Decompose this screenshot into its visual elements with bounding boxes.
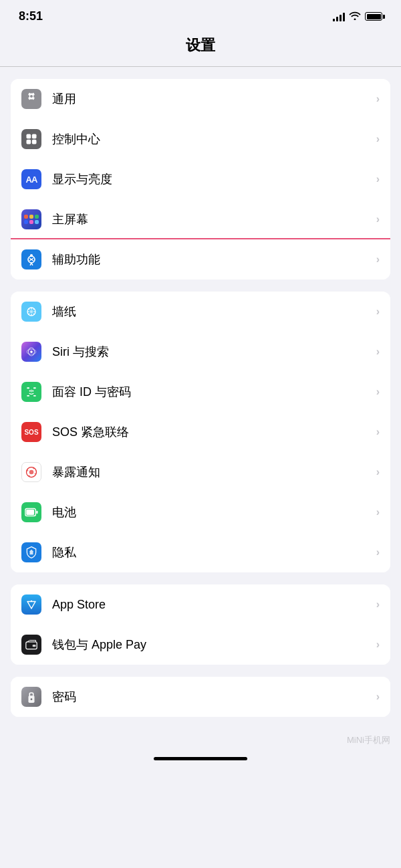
exposure-label: 暴露通知 [52,464,376,480]
svg-rect-0 [27,134,31,139]
signal-icon [333,12,345,21]
svg-point-27 [29,390,31,391]
status-time: 8:51 [19,9,43,23]
sos-label: SOS 紧急联络 [52,424,376,440]
settings-group-4: 密码 › [11,677,390,717]
svg-rect-1 [32,134,37,139]
control-label: 控制中心 [52,131,376,147]
privacy-label: 隐私 [52,544,376,560]
settings-row-siri[interactable]: Siri 与搜索 › [11,332,390,372]
page-title: 设置 [0,29,401,66]
battery-icon [21,502,41,522]
settings-row-display[interactable]: AA 显示与亮度 › [11,159,390,199]
svg-rect-2 [27,140,31,144]
general-chevron: › [376,93,380,105]
faceid-chevron: › [376,386,380,398]
siri-chevron: › [376,346,380,358]
exposure-icon [21,462,41,482]
sos-chevron: › [376,426,380,438]
settings-row-exposure[interactable]: 暴露通知 › [11,452,390,492]
svg-line-16 [29,309,30,310]
sos-icon: SOS [21,422,41,442]
settings-group-1: 通用 › 控制中心 › AA 显示与亮度 › [11,79,390,280]
homescreen-chevron: › [376,213,380,225]
svg-rect-23 [27,387,29,389]
svg-rect-41 [33,645,36,647]
display-chevron: › [376,173,380,185]
passwords-icon [21,687,41,707]
exposure-chevron: › [376,466,380,478]
svg-line-19 [29,313,30,314]
appstore-icon [21,594,41,615]
settings-row-general[interactable]: 通用 › [11,79,390,119]
svg-point-22 [30,350,33,353]
appstore-chevron: › [376,599,380,611]
wallpaper-icon [21,302,41,322]
svg-point-32 [27,469,29,471]
settings-row-privacy[interactable]: 隐私 › [11,532,390,572]
wallet-label: 钱包与 Apple Pay [52,637,376,653]
status-bar: 8:51 [0,0,401,29]
svg-point-39 [31,601,32,602]
watermark: MiNi手机网 [0,729,401,752]
settings-row-wallpaper[interactable]: 墙纸 › [11,292,390,332]
privacy-icon [21,542,41,562]
siri-label: Siri 与搜索 [52,344,376,360]
svg-rect-37 [26,510,34,515]
svg-point-35 [33,467,35,469]
home-indicator [154,757,247,760]
sos-badge-text: SOS [24,429,38,436]
accessibility-icon [21,249,41,269]
settings-group-2: 墙纸 › Siri 与搜索 › 面 [11,292,390,572]
settings-row-sos[interactable]: SOS SOS 紧急联络 › [11,412,390,452]
control-chevron: › [376,133,380,145]
wallet-chevron: › [376,639,380,651]
accessibility-label: 辅助功能 [52,251,376,267]
appstore-label: App Store [52,598,376,612]
battery-chevron: › [376,506,380,518]
passwords-label: 密码 [52,689,376,705]
svg-line-17 [33,313,34,314]
general-icon [21,89,41,109]
settings-row-passwords[interactable]: 密码 › [11,677,390,717]
wifi-icon [349,11,361,22]
status-icons [333,11,382,22]
svg-point-31 [29,470,34,475]
settings-row-appstore[interactable]: App Store › [11,584,390,625]
svg-point-33 [35,473,37,475]
svg-point-28 [32,390,33,391]
svg-point-34 [28,475,30,477]
privacy-chevron: › [376,546,380,558]
svg-rect-24 [33,387,36,389]
wallpaper-label: 墙纸 [52,304,376,320]
battery-status-icon [365,12,382,21]
settings-row-control[interactable]: 控制中心 › [11,119,390,159]
faceid-icon [21,382,41,402]
homescreen-label: 主屏幕 [52,211,376,227]
display-icon: AA [21,169,41,189]
siri-icon [21,342,41,362]
control-icon [21,129,41,149]
faceid-label: 面容 ID 与密码 [52,384,376,400]
settings-row-homescreen[interactable]: 主屏幕 › [11,199,390,239]
settings-row-faceid[interactable]: 面容 ID 与密码 › [11,372,390,412]
svg-line-18 [33,309,34,310]
svg-rect-38 [36,511,37,514]
passwords-chevron: › [376,691,380,703]
display-label: 显示与亮度 [52,171,376,187]
wallpaper-chevron: › [376,306,380,318]
svg-point-43 [31,698,33,700]
settings-row-accessibility[interactable]: 辅助功能 › [11,239,390,280]
settings-row-wallet[interactable]: 钱包与 Apple Pay › [11,625,390,665]
accessibility-chevron: › [376,253,380,265]
settings-group-3: App Store › 钱包与 Apple Pay › [11,584,390,665]
settings-row-battery[interactable]: 电池 › [11,492,390,532]
general-label: 通用 [52,91,376,107]
svg-point-11 [30,310,33,314]
wallet-icon [21,635,41,655]
homescreen-icon [21,209,41,229]
svg-rect-26 [33,395,36,397]
battery-label: 电池 [52,504,376,520]
svg-rect-3 [32,140,37,144]
svg-rect-25 [27,395,29,397]
